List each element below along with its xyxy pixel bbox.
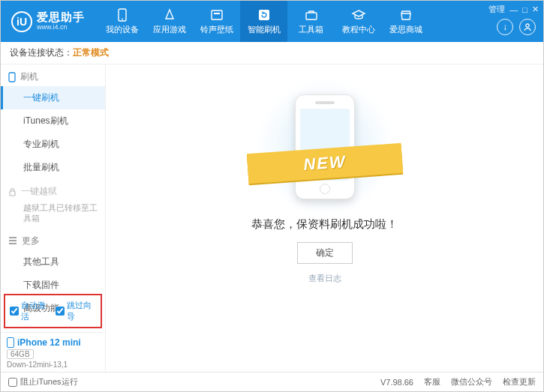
list-icon (8, 237, 17, 244)
nav-toolbox[interactable]: 工具箱 (287, 1, 335, 42)
success-illustration: NEW (269, 87, 381, 207)
check-skip-guide[interactable]: 跳过向导 (56, 300, 97, 322)
device-name: iPhone 12 mini (7, 337, 99, 348)
svg-point-1 (122, 19, 123, 20)
minimize-button[interactable]: — (509, 5, 518, 14)
graduation-icon (351, 7, 366, 22)
brand-subtitle: www.i4.cn (37, 24, 85, 31)
sidebar-item-oneclick[interactable]: 一键刷机 (1, 86, 105, 109)
store-icon (398, 7, 413, 22)
option-checks: 自动激活 跳过向导 (4, 294, 102, 328)
sidebar-item-other[interactable]: 其他工具 (1, 250, 105, 274)
nav-store[interactable]: 爱思商城 (382, 1, 429, 42)
toolbox-icon (304, 7, 319, 22)
phone-icon (115, 7, 130, 22)
service-link[interactable]: 客服 (424, 376, 440, 388)
phone-icon (7, 337, 14, 348)
top-nav: 我的设备 应用游戏 铃声壁纸 智能刷机 工具箱 教程中心 爱思商城 (98, 1, 429, 42)
sidebar-item-itunes[interactable]: iTunes刷机 (1, 109, 105, 133)
svg-rect-8 (10, 191, 15, 196)
brand-area: iU 爱思助手 www.i4.cn (1, 11, 92, 32)
nav-apps[interactable]: 应用游戏 (146, 1, 193, 42)
svg-rect-2 (212, 10, 222, 19)
nav-my-device[interactable]: 我的设备 (98, 1, 146, 42)
svg-rect-3 (214, 13, 220, 14)
svg-point-6 (526, 24, 529, 27)
nav-flash[interactable]: 智能刷机 (240, 1, 287, 42)
sidebar-group-jailbreak: 一键越狱 (1, 179, 105, 201)
device-model: Down-12mini-13,1 (7, 361, 99, 369)
view-log-link[interactable]: 查看日志 (308, 273, 341, 284)
jailbreak-note: 越狱工具已转移至工具箱 (1, 201, 105, 229)
download-icon[interactable]: ↓ (497, 19, 513, 35)
close-button[interactable]: ✕ (532, 4, 539, 14)
footer: 阻止iTunes运行 V7.98.66 客服 微信公众号 检查更新 (1, 372, 543, 391)
svg-rect-5 (306, 13, 317, 19)
main-content: NEW 恭喜您，保资料刷机成功啦！ 确定 查看日志 (106, 64, 543, 372)
storage-badge: 64GB (7, 349, 34, 359)
device-panel[interactable]: iPhone 12 mini 64GB Down-12mini-13,1 (1, 332, 105, 372)
status-value: 正常模式 (73, 46, 109, 59)
block-itunes-check[interactable]: 阻止iTunes运行 (8, 376, 78, 388)
sidebar: 刷机 一键刷机 iTunes刷机 专业刷机 批量刷机 一键越狱 越狱工具已转移至… (1, 64, 106, 372)
lock-icon (8, 187, 17, 196)
sidebar-group-flash[interactable]: 刷机 (1, 64, 105, 86)
sidebar-item-download[interactable]: 下载固件 (1, 274, 105, 297)
user-icon[interactable] (519, 19, 536, 35)
svg-rect-7 (9, 73, 15, 82)
brand-title: 爱思助手 (37, 11, 85, 24)
refresh-icon (257, 7, 272, 22)
update-link[interactable]: 检查更新 (503, 376, 536, 388)
sidebar-item-pro[interactable]: 专业刷机 (1, 133, 105, 156)
status-label: 设备连接状态： (10, 46, 73, 59)
phone-icon (8, 72, 16, 82)
apps-icon (162, 7, 177, 22)
svg-rect-4 (259, 10, 269, 20)
wallpaper-icon (209, 7, 224, 22)
sidebar-item-batch[interactable]: 批量刷机 (1, 156, 105, 179)
wechat-link[interactable]: 微信公众号 (451, 376, 492, 388)
version-label: V7.98.66 (380, 378, 413, 387)
nav-ringtones[interactable]: 铃声壁纸 (193, 1, 240, 42)
check-auto-activate[interactable]: 自动激活 (10, 300, 51, 322)
app-header: iU 爱思助手 www.i4.cn 我的设备 应用游戏 铃声壁纸 智能刷机 工具… (1, 1, 543, 42)
nav-tutorials[interactable]: 教程中心 (335, 1, 382, 42)
window-controls: 管理 — □ ✕ (488, 4, 539, 15)
menu-button[interactable]: 管理 (488, 4, 505, 15)
logo-icon: iU (11, 11, 32, 32)
status-bar: 设备连接状态： 正常模式 (1, 42, 543, 64)
sidebar-group-more[interactable]: 更多 (1, 229, 105, 250)
ok-button[interactable]: 确定 (297, 242, 353, 264)
header-icons: ↓ (497, 19, 536, 35)
maximize-button[interactable]: □ (522, 5, 527, 14)
